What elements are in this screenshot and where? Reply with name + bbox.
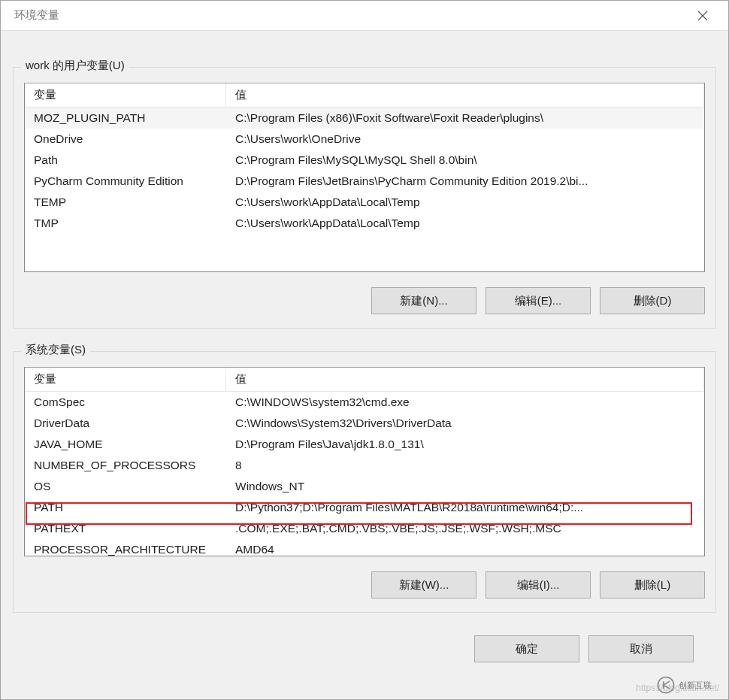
- sys-header-value[interactable]: 值: [226, 368, 704, 391]
- user-row-variable: OneDrive: [25, 132, 226, 146]
- sys-delete-button[interactable]: 删除(L): [600, 571, 705, 598]
- user-new-button[interactable]: 新建(N)...: [371, 287, 476, 314]
- sys-group-title: 系统变量(S): [21, 343, 90, 357]
- sys-row-value: D:\Python37;D:\Program Files\MATLAB\R201…: [226, 501, 704, 514]
- sys-row-value: D:\Program Files\Java\jdk1.8.0_131\: [226, 438, 704, 451]
- user-row[interactable]: MOZ_PLUGIN_PATHC:\Program Files (x86)\Fo…: [25, 108, 704, 129]
- dialog-buttons: 确定 取消: [13, 613, 716, 662]
- sys-row[interactable]: NUMBER_OF_PROCESSORS8: [25, 455, 704, 476]
- ok-button[interactable]: 确定: [474, 635, 579, 662]
- user-header-value[interactable]: 值: [226, 83, 704, 107]
- sys-row-value: C:\WINDOWS\system32\cmd.exe: [226, 395, 704, 409]
- user-header-variable[interactable]: 变量: [25, 83, 226, 107]
- sys-row-variable: NUMBER_OF_PROCESSORS: [25, 459, 226, 472]
- sys-row[interactable]: ComSpecC:\WINDOWS\system32\cmd.exe: [25, 392, 704, 413]
- user-list-header: 变量 值: [25, 83, 704, 108]
- brand-name: 创新互联: [679, 680, 712, 691]
- user-edit-button[interactable]: 编辑(E)...: [485, 287, 591, 314]
- user-group-title: work 的用户变量(U): [21, 59, 129, 73]
- sys-edit-button[interactable]: 编辑(I)...: [485, 571, 591, 598]
- sys-row-variable: DriverData: [25, 417, 226, 430]
- sys-row[interactable]: PATHD:\Python37;D:\Program Files\MATLAB\…: [25, 497, 704, 518]
- close-button[interactable]: [686, 5, 719, 27]
- sys-row-value: C:\Windows\System32\Drivers\DriverData: [226, 417, 704, 430]
- user-row[interactable]: TMPC:\Users\work\AppData\Local\Temp: [25, 213, 704, 234]
- dialog-content: work 的用户变量(U) 变量 值 MOZ_PLUGIN_PATHC:\Pro…: [1, 31, 728, 662]
- user-row-value: D:\Program Files\JetBrains\PyCharm Commu…: [226, 174, 704, 188]
- sys-new-button[interactable]: 新建(W)...: [371, 571, 476, 598]
- user-row-value: C:\Users\work\AppData\Local\Temp: [226, 217, 704, 230]
- sys-row[interactable]: DriverDataC:\Windows\System32\Drivers\Dr…: [25, 413, 704, 434]
- user-row-value: C:\Users\work\OneDrive: [226, 132, 704, 146]
- sys-row-value: .COM;.EXE;.BAT;.CMD;.VBS;.VBE;.JS;.JSE;.…: [226, 522, 704, 535]
- titlebar: 环境变量: [1, 1, 728, 31]
- user-row[interactable]: TEMPC:\Users\work\AppData\Local\Temp: [25, 192, 704, 213]
- sys-row-value: AMD64: [226, 543, 704, 556]
- brand-icon: [656, 675, 676, 695]
- sys-header-variable[interactable]: 变量: [25, 368, 226, 391]
- sys-row-variable: ComSpec: [25, 395, 226, 409]
- user-row-variable: TMP: [25, 217, 226, 230]
- user-buttons-row: 新建(N)... 编辑(E)... 删除(D): [24, 287, 705, 314]
- user-row-variable: TEMP: [25, 195, 226, 209]
- system-variables-list[interactable]: 变量 值 ComSpecC:\WINDOWS\system32\cmd.exeD…: [24, 367, 705, 556]
- user-row-value: C:\Users\work\AppData\Local\Temp: [226, 195, 704, 209]
- user-variables-group: work 的用户变量(U) 变量 值 MOZ_PLUGIN_PATHC:\Pro…: [13, 67, 716, 329]
- sys-row-variable: PROCESSOR_ARCHITECTURE: [25, 543, 226, 556]
- sys-row-variable: PATHEXT: [25, 522, 226, 535]
- user-row[interactable]: PyCharm Community EditionD:\Program File…: [25, 171, 704, 192]
- user-row-variable: PyCharm Community Edition: [25, 174, 226, 188]
- svg-point-2: [658, 677, 673, 692]
- sys-row-value: 8: [226, 459, 704, 472]
- sys-row[interactable]: OSWindows_NT: [25, 476, 704, 497]
- sys-row[interactable]: PATHEXT.COM;.EXE;.BAT;.CMD;.VBS;.VBE;.JS…: [25, 518, 704, 539]
- user-row-value: C:\Program Files\MySQL\MySQL Shell 8.0\b…: [226, 153, 704, 167]
- user-row-variable: MOZ_PLUGIN_PATH: [25, 111, 226, 125]
- system-variables-group: 系统变量(S) 变量 值 ComSpecC:\WINDOWS\system32\…: [13, 351, 716, 613]
- user-delete-button[interactable]: 删除(D): [600, 287, 705, 314]
- sys-row-variable: PATH: [25, 501, 226, 514]
- user-row[interactable]: PathC:\Program Files\MySQL\MySQL Shell 8…: [25, 150, 704, 171]
- sys-row[interactable]: JAVA_HOMED:\Program Files\Java\jdk1.8.0_…: [25, 434, 704, 455]
- sys-list-header: 变量 值: [25, 368, 704, 392]
- sys-buttons-row: 新建(W)... 编辑(I)... 删除(L): [24, 571, 705, 598]
- user-row-value: C:\Program Files (x86)\Foxit Software\Fo…: [226, 111, 704, 125]
- sys-row[interactable]: PROCESSOR_ARCHITECTUREAMD64: [25, 539, 704, 556]
- cancel-button[interactable]: 取消: [588, 635, 694, 662]
- sys-row-variable: OS: [25, 480, 226, 493]
- user-variables-list[interactable]: 变量 值 MOZ_PLUGIN_PATHC:\Program Files (x8…: [24, 83, 705, 272]
- close-icon: [697, 11, 708, 21]
- window-title: 环境变量: [14, 8, 59, 23]
- brand-logo: 创新互联: [656, 674, 724, 696]
- sys-row-value: Windows_NT: [226, 480, 704, 493]
- user-row-variable: Path: [25, 153, 226, 167]
- sys-row-variable: JAVA_HOME: [25, 438, 226, 451]
- user-row[interactable]: OneDriveC:\Users\work\OneDrive: [25, 129, 704, 150]
